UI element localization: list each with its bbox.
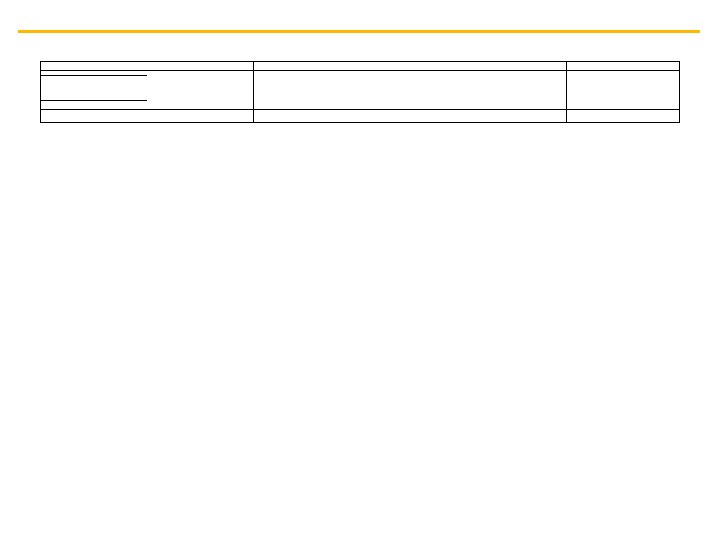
cell-states <box>360 118 460 123</box>
page-title <box>0 0 720 30</box>
cell-trans <box>460 118 567 123</box>
cell-pass <box>567 118 680 123</box>
results-table <box>40 61 680 123</box>
cell-name <box>147 118 254 123</box>
title-underline <box>18 30 700 33</box>
cell-source <box>41 118 148 123</box>
slide <box>0 0 720 540</box>
cell-msg <box>254 118 361 123</box>
table-row <box>41 118 680 123</box>
